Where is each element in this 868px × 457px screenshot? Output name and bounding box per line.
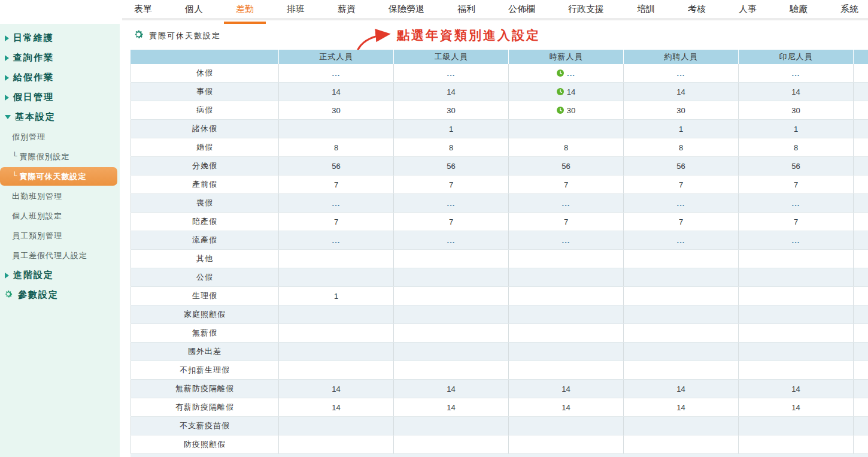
nav-tab[interactable]: 表單 [130,4,156,15]
leave-days-cell[interactable]: 56 [509,157,624,175]
leave-days-cell[interactable] [394,305,509,323]
leave-days-cell[interactable] [394,435,509,453]
leave-days-cell[interactable]: 8 [624,138,739,156]
leave-days-cell[interactable] [624,417,739,435]
leave-days-cell[interactable]: 1 [624,120,739,138]
leave-days-cell[interactable] [279,361,394,379]
leave-days-cell[interactable]: 7 [509,175,624,193]
leave-days-cell[interactable]: 14 [279,398,394,416]
leave-days-cell[interactable] [509,343,624,361]
nav-tab[interactable]: 行政支援 [564,4,608,15]
leave-days-cell[interactable]: ... [739,231,854,249]
leave-days-cell[interactable]: 14 [509,380,624,398]
sidebar-item[interactable]: 給假作業 [0,68,120,87]
leave-days-cell[interactable]: ... [739,64,854,82]
sidebar-item[interactable]: └實際可休天數設定 [0,167,117,186]
leave-days-cell[interactable]: 7 [279,213,394,231]
leave-days-cell[interactable]: 30 [624,101,739,119]
leave-days-cell[interactable]: ... [394,64,509,82]
leave-days-cell[interactable] [279,305,394,323]
leave-days-cell[interactable]: ... [394,231,509,249]
leave-days-cell[interactable]: 7 [624,175,739,193]
leave-days-cell[interactable] [509,287,624,305]
leave-days-cell[interactable]: 8 [739,138,854,156]
header-cell-category[interactable]: 印尼人員 [739,50,854,64]
leave-days-cell[interactable] [739,343,854,361]
nav-tab[interactable]: 培訓 [633,4,658,15]
sidebar-item[interactable]: 查詢作業 [0,48,120,68]
header-cell-category[interactable]: 約聘人員 [624,50,739,64]
leave-days-cell[interactable] [509,268,624,286]
leave-days-cell[interactable] [279,343,394,361]
leave-days-cell[interactable] [739,324,854,342]
leave-days-cell[interactable] [739,287,854,305]
leave-days-cell[interactable]: ... [509,231,624,249]
leave-days-cell[interactable]: ... [739,194,854,212]
sidebar-item[interactable]: └實際假別設定 [0,147,120,167]
leave-days-cell[interactable]: ... [279,231,394,249]
leave-days-cell[interactable] [509,305,624,323]
leave-days-cell[interactable]: 14 [739,380,854,398]
leave-days-cell[interactable]: ... [624,231,739,249]
header-cell-category[interactable]: 工級人員 [394,50,509,64]
leave-days-cell[interactable]: 14 [739,83,854,101]
leave-days-cell[interactable] [279,268,394,286]
leave-days-cell[interactable]: 8 [509,138,624,156]
leave-days-cell[interactable] [394,287,509,305]
nav-tab[interactable]: 個人 [181,4,207,15]
leave-days-cell[interactable] [509,250,624,268]
sidebar-item[interactable]: 個人班別設定 [0,206,120,226]
leave-days-cell[interactable]: ... [279,64,394,82]
leave-days-cell[interactable] [739,305,854,323]
leave-days-cell[interactable] [509,417,624,435]
leave-days-cell[interactable] [279,435,394,453]
leave-days-cell[interactable]: 30 [279,101,394,119]
leave-days-cell[interactable] [509,120,624,138]
leave-days-cell[interactable]: 7 [394,213,509,231]
leave-days-cell[interactable]: 14 [624,398,739,416]
sidebar-item[interactable]: 員工差假代理人設定 [0,246,120,265]
sidebar-item[interactable]: 假別管理 [0,127,120,147]
sidebar-item[interactable]: 進階設定 [0,265,120,285]
leave-days-cell[interactable] [624,305,739,323]
leave-days-cell[interactable] [509,324,624,342]
leave-days-cell[interactable] [394,268,509,286]
leave-days-cell[interactable] [624,435,739,453]
leave-days-cell[interactable]: 56 [739,157,854,175]
leave-days-cell[interactable] [394,324,509,342]
leave-days-cell[interactable]: ... [394,194,509,212]
leave-days-cell[interactable] [394,250,509,268]
nav-tab[interactable]: 公佈欄 [505,4,539,15]
header-cell-category[interactable]: 正式人員 [279,50,394,64]
leave-days-cell[interactable] [624,268,739,286]
leave-days-cell[interactable]: 56 [624,157,739,175]
leave-days-cell[interactable] [739,435,854,453]
leave-days-cell[interactable] [279,120,394,138]
leave-days-cell[interactable] [509,361,624,379]
nav-tab[interactable]: 薪資 [334,4,359,15]
leave-days-cell[interactable] [624,250,739,268]
leave-days-cell[interactable]: ... [624,194,739,212]
leave-days-cell[interactable]: 30 [394,101,509,119]
leave-days-cell[interactable] [624,287,739,305]
leave-days-cell[interactable] [739,250,854,268]
sidebar-item[interactable]: 基本設定 [0,107,120,127]
leave-days-cell[interactable]: 30 [509,101,624,119]
leave-days-cell[interactable] [739,361,854,379]
sidebar-item[interactable]: 日常維護 [0,28,120,48]
sidebar-item[interactable]: 參數設定 [0,285,120,305]
leave-days-cell[interactable] [394,361,509,379]
leave-days-cell[interactable]: 14 [394,83,509,101]
leave-days-cell[interactable]: 14 [509,398,624,416]
leave-days-cell[interactable] [394,343,509,361]
leave-days-cell[interactable]: 8 [279,138,394,156]
sidebar-item[interactable]: 員工類別管理 [0,226,120,246]
leave-days-cell[interactable]: 1 [279,287,394,305]
nav-tab[interactable]: 考核 [684,4,709,15]
leave-days-cell[interactable]: 14 [624,83,739,101]
leave-days-cell[interactable]: ... [509,64,624,82]
sidebar-item[interactable]: 出勤班別管理 [0,186,120,206]
leave-days-cell[interactable] [279,324,394,342]
leave-days-cell[interactable]: 7 [624,213,739,231]
leave-days-cell[interactable]: 56 [394,157,509,175]
